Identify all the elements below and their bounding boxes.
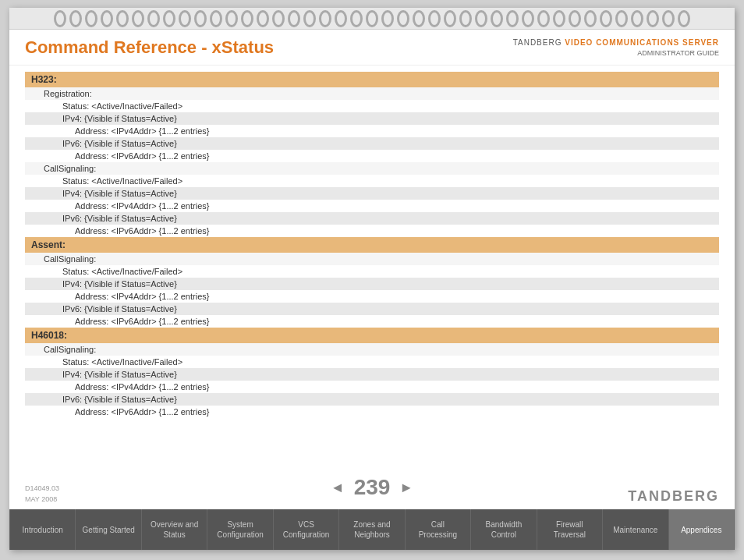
row-h323-callsig-ipv4: IPv4: {Visible if Status=Active} [25,187,719,200]
row-assent-callsig-ipv6-addr: Address: <IPv6Addr> {1...2 entries} [25,315,719,328]
row-assent-callsig-label: CallSignaling: [25,253,719,265]
tab-firewall-traversal[interactable]: FirewallTraversal [537,509,603,550]
row-h46018-callsig-ipv4-addr: Address: <IPv4Addr> {1...2 entries} [25,381,719,393]
section-header-assent: Assent: [25,237,719,253]
page-number: 239 [354,475,391,500]
tab-bandwidth-control[interactable]: BandwidthControl [471,509,537,550]
row-h46018-callsig-status: Status: <Active/Inactive/Failed> [25,356,719,368]
tandberg-logo: TANDBERG [628,488,719,505]
brand-name: TANDBERG VIDEO COMMUNICATIONS SERVER [513,37,719,48]
row-assent-callsig-ipv4-addr: Address: <IPv4Addr> {1...2 entries} [25,290,719,303]
tab-call-processing[interactable]: CallProcessing [406,509,471,550]
tab-introduction[interactable]: Introduction [9,509,76,550]
row-h46018-callsig-ipv6: IPv6: {Visible if Status=Active} [25,393,719,406]
row-h323-callsig-ipv6: IPv6: {Visible if Status=Active} [25,212,719,225]
tab-overview-status[interactable]: Overview andStatus [142,509,207,550]
section-assent: Assent: CallSignaling: Status: <Active/I… [25,237,719,328]
tab-maintenance[interactable]: Maintenance [603,509,668,550]
row-h323-callsig-label: CallSignaling: [25,162,719,175]
row-h323-reg-ipv6-addr: Address: <IPv6Addr> {1...2 entries} [25,150,719,162]
subsection-assent-callsignaling: CallSignaling: Status: <Active/Inactive/… [25,253,719,328]
row-h323-reg-ipv6: IPv6: {Visible if Status=Active} [25,137,719,150]
brand-subtitle: ADMINISTRATOR GUIDE [513,48,719,58]
row-h46018-callsig-ipv6-addr: Address: <IPv6Addr> {1...2 entries} [25,406,719,418]
row-h323-callsig-status: Status: <Active/Inactive/Failed> [25,175,719,187]
subsection-h323-callsignaling: CallSignaling: Status: <Active/Inactive/… [25,162,719,237]
section-header-h46018: H46018: [25,328,719,343]
subsection-registration: Registration: Status: <Active/Inactive/F… [25,87,719,162]
row-h46018-callsig-label: CallSignaling: [25,343,719,356]
row-assent-callsig-ipv4: IPv4: {Visible if Status=Active} [25,278,719,290]
pagination: ◄ 239 ► [9,470,735,505]
tab-appendices[interactable]: Appendices [669,509,735,550]
page-header: Command Reference - xStatus TANDBERG VID… [9,30,735,66]
tab-getting-started[interactable]: Getting Started [76,509,141,550]
section-h46018: H46018: CallSignaling: Status: <Active/I… [25,328,719,418]
row-h323-callsig-ipv4-addr: Address: <IPv4Addr> {1...2 entries} [25,200,719,212]
tab-zones-neighbors[interactable]: Zones andNeighbors [339,509,405,550]
row-h323-reg-ipv4: IPv4: {Visible if Status=Active} [25,112,719,125]
row-h323-reg-ipv4-addr: Address: <IPv4Addr> {1...2 entries} [25,125,719,137]
next-page-button[interactable]: ► [399,480,413,496]
row-assent-callsig-ipv6: IPv6: {Visible if Status=Active} [25,303,719,315]
main-content: H323: Registration: Status: <Active/Inac… [9,66,735,424]
section-h323: H323: Registration: Status: <Active/Inac… [25,72,719,237]
row-h323-callsig-ipv6-addr: Address: <IPv6Addr> {1...2 entries} [25,225,719,237]
subsection-h46018-callsignaling: CallSignaling: Status: <Active/Inactive/… [25,343,719,418]
row-registration-label: Registration: [25,87,719,100]
brand-area: TANDBERG VIDEO COMMUNICATIONS SERVER ADM… [513,37,719,58]
spiral-binding [9,8,735,30]
tab-system-configuration[interactable]: SystemConfiguration [207,509,273,550]
prev-page-button[interactable]: ◄ [331,480,345,496]
row-h323-reg-status: Status: <Active/Inactive/Failed> [25,100,719,112]
row-h46018-callsig-ipv4: IPv4: {Visible if Status=Active} [25,368,719,381]
page-title: Command Reference - xStatus [25,37,274,58]
bottom-navigation: Introduction Getting Started Overview an… [9,509,735,550]
tab-vcs-configuration[interactable]: VCSConfiguration [274,509,339,550]
brand-highlight: VIDEO COMMUNICATIONS SERVER [565,38,719,47]
section-header-h323: H323: [25,72,719,87]
nav-tabs-container: Introduction Getting Started Overview an… [9,509,735,550]
row-assent-callsig-status: Status: <Active/Inactive/Failed> [25,265,719,278]
